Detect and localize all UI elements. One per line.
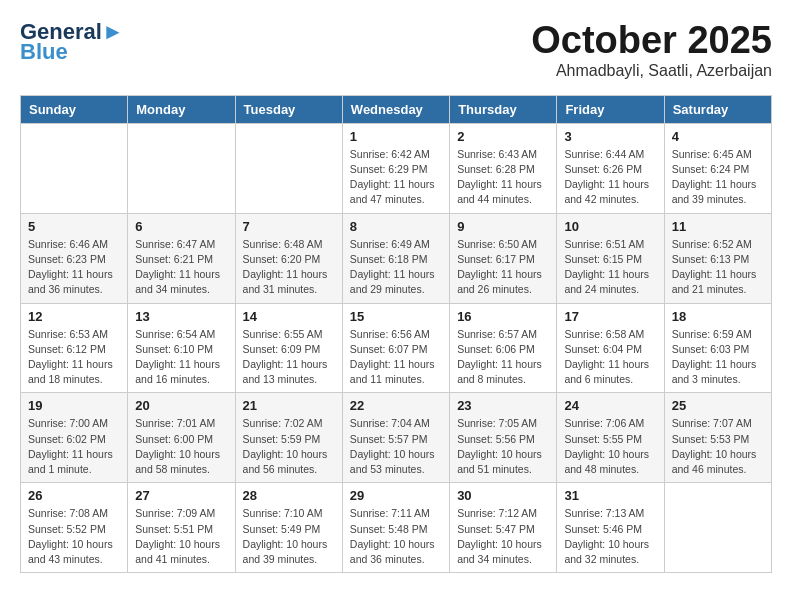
day-number: 29 [350, 488, 442, 503]
week-row-2: 5Sunrise: 6:46 AM Sunset: 6:23 PM Daylig… [21, 213, 772, 303]
day-info: Sunrise: 6:51 AM Sunset: 6:15 PM Dayligh… [564, 237, 656, 298]
day-cell-15: 15Sunrise: 6:56 AM Sunset: 6:07 PM Dayli… [342, 303, 449, 393]
day-cell-4: 4Sunrise: 6:45 AM Sunset: 6:24 PM Daylig… [664, 123, 771, 213]
day-cell-7: 7Sunrise: 6:48 AM Sunset: 6:20 PM Daylig… [235, 213, 342, 303]
day-number: 27 [135, 488, 227, 503]
day-info: Sunrise: 6:49 AM Sunset: 6:18 PM Dayligh… [350, 237, 442, 298]
day-cell-12: 12Sunrise: 6:53 AM Sunset: 6:12 PM Dayli… [21, 303, 128, 393]
calendar-table: SundayMondayTuesdayWednesdayThursdayFrid… [20, 95, 772, 573]
day-info: Sunrise: 6:54 AM Sunset: 6:10 PM Dayligh… [135, 327, 227, 388]
day-number: 5 [28, 219, 120, 234]
day-number: 15 [350, 309, 442, 324]
empty-cell [21, 123, 128, 213]
day-cell-23: 23Sunrise: 7:05 AM Sunset: 5:56 PM Dayli… [450, 393, 557, 483]
day-info: Sunrise: 6:56 AM Sunset: 6:07 PM Dayligh… [350, 327, 442, 388]
day-number: 14 [243, 309, 335, 324]
calendar-header: SundayMondayTuesdayWednesdayThursdayFrid… [21, 95, 772, 123]
day-info: Sunrise: 7:12 AM Sunset: 5:47 PM Dayligh… [457, 506, 549, 567]
day-cell-1: 1Sunrise: 6:42 AM Sunset: 6:29 PM Daylig… [342, 123, 449, 213]
week-row-3: 12Sunrise: 6:53 AM Sunset: 6:12 PM Dayli… [21, 303, 772, 393]
day-info: Sunrise: 6:44 AM Sunset: 6:26 PM Dayligh… [564, 147, 656, 208]
logo-blue: Blue [20, 40, 68, 64]
day-info: Sunrise: 6:57 AM Sunset: 6:06 PM Dayligh… [457, 327, 549, 388]
day-info: Sunrise: 7:01 AM Sunset: 6:00 PM Dayligh… [135, 416, 227, 477]
day-number: 23 [457, 398, 549, 413]
weekday-header-sunday: Sunday [21, 95, 128, 123]
day-cell-31: 31Sunrise: 7:13 AM Sunset: 5:46 PM Dayli… [557, 483, 664, 573]
day-info: Sunrise: 6:45 AM Sunset: 6:24 PM Dayligh… [672, 147, 764, 208]
day-info: Sunrise: 7:09 AM Sunset: 5:51 PM Dayligh… [135, 506, 227, 567]
day-cell-22: 22Sunrise: 7:04 AM Sunset: 5:57 PM Dayli… [342, 393, 449, 483]
day-info: Sunrise: 6:50 AM Sunset: 6:17 PM Dayligh… [457, 237, 549, 298]
empty-cell [664, 483, 771, 573]
day-info: Sunrise: 6:59 AM Sunset: 6:03 PM Dayligh… [672, 327, 764, 388]
day-info: Sunrise: 6:55 AM Sunset: 6:09 PM Dayligh… [243, 327, 335, 388]
day-number: 17 [564, 309, 656, 324]
day-cell-17: 17Sunrise: 6:58 AM Sunset: 6:04 PM Dayli… [557, 303, 664, 393]
day-info: Sunrise: 7:02 AM Sunset: 5:59 PM Dayligh… [243, 416, 335, 477]
day-number: 30 [457, 488, 549, 503]
day-number: 28 [243, 488, 335, 503]
day-cell-8: 8Sunrise: 6:49 AM Sunset: 6:18 PM Daylig… [342, 213, 449, 303]
weekday-row: SundayMondayTuesdayWednesdayThursdayFrid… [21, 95, 772, 123]
weekday-header-wednesday: Wednesday [342, 95, 449, 123]
day-number: 10 [564, 219, 656, 234]
day-number: 12 [28, 309, 120, 324]
day-cell-13: 13Sunrise: 6:54 AM Sunset: 6:10 PM Dayli… [128, 303, 235, 393]
day-number: 3 [564, 129, 656, 144]
day-cell-21: 21Sunrise: 7:02 AM Sunset: 5:59 PM Dayli… [235, 393, 342, 483]
day-info: Sunrise: 6:48 AM Sunset: 6:20 PM Dayligh… [243, 237, 335, 298]
day-cell-16: 16Sunrise: 6:57 AM Sunset: 6:06 PM Dayli… [450, 303, 557, 393]
day-cell-5: 5Sunrise: 6:46 AM Sunset: 6:23 PM Daylig… [21, 213, 128, 303]
day-info: Sunrise: 7:08 AM Sunset: 5:52 PM Dayligh… [28, 506, 120, 567]
day-info: Sunrise: 7:05 AM Sunset: 5:56 PM Dayligh… [457, 416, 549, 477]
day-cell-18: 18Sunrise: 6:59 AM Sunset: 6:03 PM Dayli… [664, 303, 771, 393]
day-cell-24: 24Sunrise: 7:06 AM Sunset: 5:55 PM Dayli… [557, 393, 664, 483]
empty-cell [128, 123, 235, 213]
month-title: October 2025 [531, 20, 772, 62]
day-number: 2 [457, 129, 549, 144]
day-number: 31 [564, 488, 656, 503]
day-cell-2: 2Sunrise: 6:43 AM Sunset: 6:28 PM Daylig… [450, 123, 557, 213]
day-cell-10: 10Sunrise: 6:51 AM Sunset: 6:15 PM Dayli… [557, 213, 664, 303]
day-info: Sunrise: 7:10 AM Sunset: 5:49 PM Dayligh… [243, 506, 335, 567]
day-cell-28: 28Sunrise: 7:10 AM Sunset: 5:49 PM Dayli… [235, 483, 342, 573]
day-number: 25 [672, 398, 764, 413]
day-number: 19 [28, 398, 120, 413]
day-number: 24 [564, 398, 656, 413]
day-info: Sunrise: 7:06 AM Sunset: 5:55 PM Dayligh… [564, 416, 656, 477]
day-cell-3: 3Sunrise: 6:44 AM Sunset: 6:26 PM Daylig… [557, 123, 664, 213]
weekday-header-friday: Friday [557, 95, 664, 123]
weekday-header-tuesday: Tuesday [235, 95, 342, 123]
day-info: Sunrise: 6:43 AM Sunset: 6:28 PM Dayligh… [457, 147, 549, 208]
day-info: Sunrise: 7:11 AM Sunset: 5:48 PM Dayligh… [350, 506, 442, 567]
day-number: 7 [243, 219, 335, 234]
day-info: Sunrise: 6:46 AM Sunset: 6:23 PM Dayligh… [28, 237, 120, 298]
day-cell-29: 29Sunrise: 7:11 AM Sunset: 5:48 PM Dayli… [342, 483, 449, 573]
day-number: 22 [350, 398, 442, 413]
day-cell-6: 6Sunrise: 6:47 AM Sunset: 6:21 PM Daylig… [128, 213, 235, 303]
day-number: 4 [672, 129, 764, 144]
empty-cell [235, 123, 342, 213]
day-cell-14: 14Sunrise: 6:55 AM Sunset: 6:09 PM Dayli… [235, 303, 342, 393]
day-info: Sunrise: 6:47 AM Sunset: 6:21 PM Dayligh… [135, 237, 227, 298]
day-info: Sunrise: 7:13 AM Sunset: 5:46 PM Dayligh… [564, 506, 656, 567]
day-info: Sunrise: 7:04 AM Sunset: 5:57 PM Dayligh… [350, 416, 442, 477]
day-info: Sunrise: 6:42 AM Sunset: 6:29 PM Dayligh… [350, 147, 442, 208]
day-info: Sunrise: 7:00 AM Sunset: 6:02 PM Dayligh… [28, 416, 120, 477]
day-number: 21 [243, 398, 335, 413]
day-cell-19: 19Sunrise: 7:00 AM Sunset: 6:02 PM Dayli… [21, 393, 128, 483]
day-cell-30: 30Sunrise: 7:12 AM Sunset: 5:47 PM Dayli… [450, 483, 557, 573]
day-info: Sunrise: 7:07 AM Sunset: 5:53 PM Dayligh… [672, 416, 764, 477]
page-header: General► Blue October 2025 Ahmadbayli, S… [20, 20, 772, 80]
day-number: 9 [457, 219, 549, 234]
day-number: 16 [457, 309, 549, 324]
day-cell-11: 11Sunrise: 6:52 AM Sunset: 6:13 PM Dayli… [664, 213, 771, 303]
day-info: Sunrise: 6:58 AM Sunset: 6:04 PM Dayligh… [564, 327, 656, 388]
day-cell-9: 9Sunrise: 6:50 AM Sunset: 6:17 PM Daylig… [450, 213, 557, 303]
day-info: Sunrise: 6:52 AM Sunset: 6:13 PM Dayligh… [672, 237, 764, 298]
calendar-body: 1Sunrise: 6:42 AM Sunset: 6:29 PM Daylig… [21, 123, 772, 572]
day-number: 1 [350, 129, 442, 144]
day-number: 18 [672, 309, 764, 324]
day-number: 8 [350, 219, 442, 234]
